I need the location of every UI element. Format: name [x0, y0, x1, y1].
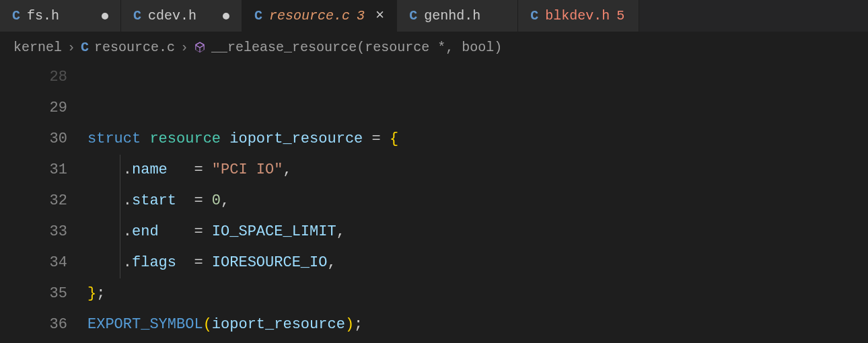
c-file-icon: C — [12, 8, 20, 24]
tab-cdev-h[interactable]: Ccdev.h — [121, 0, 242, 32]
dirty-indicator-icon — [102, 13, 108, 20]
tab-blkdev-h[interactable]: Cblkdev.h5 — [518, 0, 639, 32]
c-file-icon: C — [81, 40, 89, 55]
chevron-right-icon: › — [180, 40, 188, 55]
breadcrumb-segment[interactable]: kernel — [13, 40, 62, 55]
tab-resource-c[interactable]: Cresource.c3× — [242, 0, 397, 32]
code-line[interactable]: .flags = IORESOURCE_IO, — [87, 247, 868, 278]
editor[interactable]: 282930313233343536 struct resource iopor… — [0, 62, 868, 340]
line-gutter: 282930313233343536 — [0, 62, 87, 340]
close-icon[interactable]: × — [375, 9, 384, 24]
tab-label: resource.c — [269, 8, 350, 24]
line-number: 33 — [0, 217, 67, 247]
c-file-icon: C — [133, 8, 141, 24]
dirty-indicator-icon — [223, 13, 229, 20]
line-number: 29 — [0, 93, 67, 124]
code-line[interactable] — [87, 62, 868, 93]
code-line[interactable]: EXPORT_SYMBOL(ioport_resource); — [87, 309, 868, 340]
line-number: 28 — [0, 62, 67, 93]
line-number: 31 — [0, 155, 67, 186]
code-line[interactable]: .name = "PCI IO", — [87, 155, 868, 186]
tab-label: cdev.h — [148, 8, 196, 24]
line-number: 35 — [0, 278, 67, 309]
c-file-icon: C — [254, 8, 262, 24]
line-number: 34 — [0, 247, 67, 278]
line-number: 30 — [0, 124, 67, 155]
code-line[interactable]: }; — [87, 278, 868, 309]
tab-badge: 5 — [616, 8, 624, 24]
breadcrumb-segment[interactable]: resource.c — [94, 40, 175, 55]
indent-guide — [120, 155, 120, 186]
tab-label: fs.h — [27, 8, 59, 24]
line-number: 36 — [0, 309, 67, 340]
c-file-icon: C — [530, 8, 538, 24]
tab-badge: 3 — [357, 8, 365, 24]
line-number: 32 — [0, 186, 67, 217]
symbol-method-icon — [194, 41, 206, 53]
tab-label: blkdev.h — [545, 8, 610, 24]
chevron-right-icon: › — [67, 40, 75, 55]
code-line[interactable]: .start = 0, — [87, 186, 868, 217]
tab-fs-h[interactable]: Cfs.h — [0, 0, 121, 32]
tab-genhd-h[interactable]: Cgenhd.h — [397, 0, 518, 32]
code-line[interactable]: .end = IO_SPACE_LIMIT, — [87, 217, 868, 247]
indent-guide — [120, 217, 120, 247]
indent-guide — [120, 186, 120, 217]
tab-bar: Cfs.hCcdev.hCresource.c3×Cgenhd.hCblkdev… — [0, 0, 868, 32]
code-area[interactable]: struct resource ioport_resource = { .nam… — [87, 62, 868, 340]
c-file-icon: C — [409, 8, 417, 24]
code-line[interactable] — [87, 93, 868, 124]
tab-label: genhd.h — [424, 8, 480, 24]
code-line[interactable]: struct resource ioport_resource = { — [87, 124, 868, 155]
breadcrumb[interactable]: kernel›Cresource.c›__release_resource(re… — [0, 32, 868, 62]
indent-guide — [120, 247, 120, 278]
breadcrumb-segment[interactable]: __release_resource(resource *, bool) — [211, 40, 502, 55]
